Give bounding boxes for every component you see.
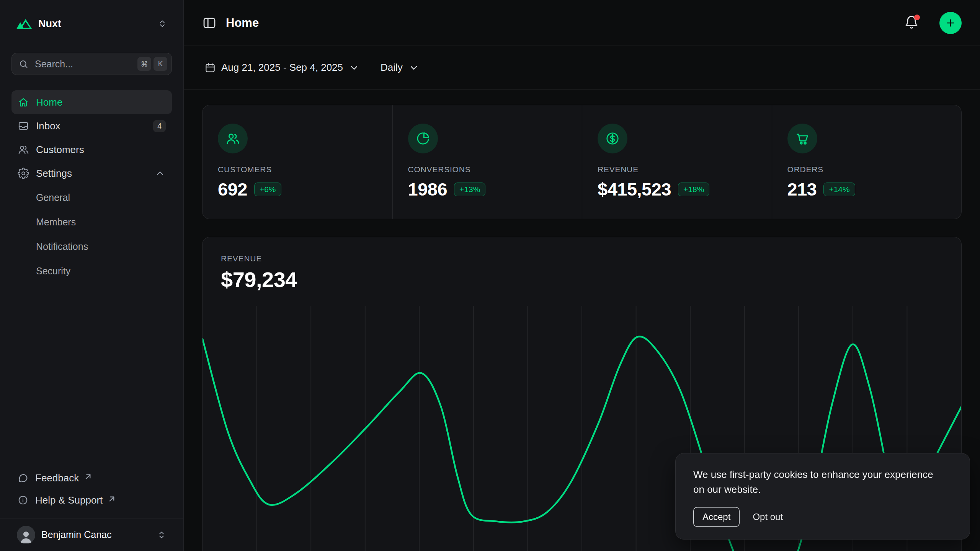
gear-icon (18, 168, 29, 179)
info-circle-icon (18, 495, 28, 505)
stat-value: $415,523 (598, 179, 671, 200)
cookie-banner: We use first-party cookies to enhance yo… (675, 453, 970, 540)
kbd-k-key: K (154, 57, 167, 71)
stat-value: 213 (787, 179, 817, 200)
notification-dot (914, 15, 920, 20)
sidebar-item-home[interactable]: Home (11, 90, 172, 114)
chevrons-up-down-icon (157, 530, 167, 540)
chevrons-up-down-icon (157, 19, 167, 29)
plus-icon (945, 17, 956, 29)
nuxt-logo-icon (16, 18, 32, 29)
stat-label: CUSTOMERS (218, 165, 377, 174)
search-placeholder: Search... (35, 59, 131, 70)
sidebar-item-label: Settings (36, 168, 72, 179)
revenue-label: REVENUE (221, 254, 943, 263)
chevron-up-icon (154, 168, 166, 179)
users-icon (218, 124, 248, 153)
inbox-count-badge: 4 (153, 120, 166, 132)
stat-value: 692 (218, 179, 247, 200)
chat-bubble-icon (18, 473, 28, 483)
workspace-name: Nuxt (38, 18, 151, 30)
sidebar-footer: Feedback Help & Support (11, 467, 172, 518)
cart-icon (787, 124, 817, 153)
accept-button[interactable]: Accept (693, 507, 740, 527)
feedback-link[interactable]: Feedback (11, 467, 172, 489)
date-range-button[interactable]: Aug 21, 2025 - Sep 4, 2025 (199, 57, 365, 78)
sidebar-toggle-button[interactable] (202, 16, 217, 30)
sidebar: Nuxt Search... ⌘ K Home (0, 0, 184, 551)
sidebar-nav: Home Inbox 4 Customers Settings (11, 90, 172, 283)
chevron-down-icon (408, 62, 420, 73)
sidebar-item-members[interactable]: Members (11, 210, 172, 234)
sidebar-item-general[interactable]: General (11, 185, 172, 210)
settings-subnav: General Members Notifications Security (11, 185, 172, 283)
sidebar-item-inbox[interactable]: Inbox 4 (11, 114, 172, 138)
sidebar-item-label: Inbox (36, 120, 60, 132)
inbox-icon (18, 120, 29, 132)
sidebar-item-label: Home (36, 96, 62, 108)
stats-card: CUSTOMERS 692 +6% CONVERSIONS 1986 +13% (202, 105, 962, 219)
page-header: Home (184, 0, 980, 46)
date-range-label: Aug 21, 2025 - Sep 4, 2025 (221, 62, 343, 73)
sidebar-item-label: Customers (36, 144, 84, 156)
user-name: Benjamin Canac (41, 529, 150, 540)
help-support-label: Help & Support (35, 494, 103, 506)
stat-cell-customers[interactable]: CUSTOMERS 692 +6% (203, 105, 392, 219)
pie-chart-icon (408, 124, 438, 153)
search-shortcut: ⌘ K (137, 57, 167, 71)
stat-cell-conversions[interactable]: CONVERSIONS 1986 +13% (392, 105, 582, 219)
cookie-message: We use first-party cookies to enhance yo… (693, 467, 934, 497)
user-menu[interactable]: Benjamin Canac (0, 518, 183, 551)
external-link-icon (106, 494, 117, 504)
external-link-icon (83, 471, 93, 482)
calendar-icon (204, 62, 216, 73)
search-input[interactable]: Search... ⌘ K (11, 53, 172, 75)
stat-label: REVENUE (598, 165, 756, 174)
kbd-meta-key: ⌘ (137, 57, 151, 71)
home-icon (18, 96, 29, 108)
stat-label: CONVERSIONS (408, 165, 567, 174)
search-icon (18, 59, 29, 69)
chevron-down-icon (348, 62, 360, 73)
page-title: Home (226, 16, 895, 30)
sidebar-item-settings[interactable]: Settings (11, 161, 172, 185)
feedback-label: Feedback (35, 472, 79, 484)
sidebar-item-customers[interactable]: Customers (11, 138, 172, 161)
opt-out-button[interactable]: Opt out (751, 507, 784, 527)
avatar (17, 526, 35, 544)
period-label: Daily (381, 62, 403, 73)
dollar-circle-icon (598, 124, 627, 153)
workspace-selector[interactable]: Nuxt (11, 11, 172, 36)
revenue-value: $79,234 (221, 267, 943, 292)
users-icon (18, 144, 29, 155)
stat-delta-badge: +14% (823, 183, 855, 196)
sidebar-item-security[interactable]: Security (11, 259, 172, 283)
stat-cell-orders[interactable]: ORDERS 213 +14% (772, 105, 962, 219)
filters-toolbar: Aug 21, 2025 - Sep 4, 2025 Daily (184, 46, 980, 90)
stat-delta-badge: +6% (254, 183, 281, 196)
notifications-button[interactable] (904, 15, 920, 31)
period-select[interactable]: Daily (375, 57, 425, 78)
stat-value: 1986 (408, 179, 448, 200)
sidebar-item-notifications[interactable]: Notifications (11, 234, 172, 259)
stat-delta-badge: +13% (454, 183, 485, 196)
help-support-link[interactable]: Help & Support (11, 489, 172, 511)
stat-cell-revenue[interactable]: REVENUE $415,523 +18% (582, 105, 772, 219)
stat-delta-badge: +18% (678, 183, 709, 196)
add-button[interactable] (939, 12, 962, 34)
stat-label: ORDERS (787, 165, 946, 174)
